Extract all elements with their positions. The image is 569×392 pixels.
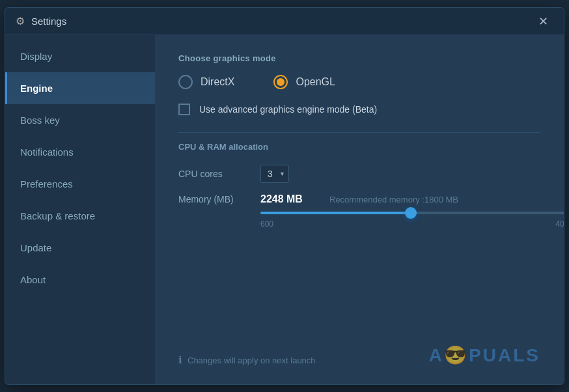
memory-label: Memory (MB) xyxy=(178,194,250,204)
advanced-mode-row: Use advanced graphics engine mode (Beta) xyxy=(178,104,540,115)
memory-slider-container: 600 4035 xyxy=(260,212,540,229)
sidebar: Display Engine Boss key Notifications Pr… xyxy=(5,35,155,384)
sidebar-item-notifications[interactable]: Notifications xyxy=(5,136,155,168)
watermark: A😎PUALS xyxy=(429,344,540,366)
sidebar-item-bosskey[interactable]: Boss key xyxy=(5,104,155,136)
sidebar-item-about[interactable]: About xyxy=(5,264,155,296)
sidebar-item-display[interactable]: Display xyxy=(5,40,155,72)
graphics-mode-title: Choose graphics mode xyxy=(178,53,540,63)
footer-text: Changes will apply on next launch xyxy=(187,356,316,365)
cpu-cores-select[interactable]: 1 2 3 4 6 8 xyxy=(260,165,289,183)
window-body: Display Engine Boss key Notifications Pr… xyxy=(5,35,564,384)
main-content: Choose graphics mode DirectX OpenGL Use … xyxy=(155,35,564,384)
directx-radio[interactable]: DirectX xyxy=(178,75,234,89)
slider-min-label: 600 xyxy=(260,219,273,229)
advanced-mode-checkbox[interactable] xyxy=(178,104,190,115)
slider-max-label: 4035 xyxy=(555,219,564,229)
opengl-radio-circle xyxy=(273,75,288,89)
sidebar-item-backup[interactable]: Backup & restore xyxy=(5,200,155,232)
cpu-ram-title: CPU & RAM allocation xyxy=(178,132,540,152)
directx-radio-circle xyxy=(178,75,193,89)
sidebar-item-update[interactable]: Update xyxy=(5,232,155,264)
watermark-text: A😎PUALS xyxy=(429,344,540,366)
opengl-label: OpenGL xyxy=(296,76,335,88)
slider-labels: 600 4035 xyxy=(260,219,564,229)
memory-value: 2248 MB xyxy=(260,193,319,205)
cpu-cores-select-wrapper: 1 2 3 4 6 8 xyxy=(260,165,289,183)
content-wrapper: Choose graphics mode DirectX OpenGL Use … xyxy=(178,53,540,366)
memory-row: Memory (MB) 2248 MB Recommended memory :… xyxy=(178,193,540,205)
window-title: Settings xyxy=(31,16,533,27)
info-icon: ℹ xyxy=(178,354,182,366)
titlebar: ⚙ Settings ✕ xyxy=(5,8,564,35)
graphics-mode-radio-group: DirectX OpenGL xyxy=(178,75,540,89)
opengl-radio[interactable]: OpenGL xyxy=(273,75,335,89)
close-button[interactable]: ✕ xyxy=(533,12,553,31)
memory-slider[interactable] xyxy=(260,212,564,214)
advanced-mode-label: Use advanced graphics engine mode (Beta) xyxy=(199,104,377,115)
settings-window: ⚙ Settings ✕ Display Engine Boss key Not… xyxy=(5,7,564,385)
settings-icon: ⚙ xyxy=(16,15,25,27)
directx-label: DirectX xyxy=(201,76,234,88)
cpu-cores-label: CPU cores xyxy=(178,169,250,179)
cpu-cores-row: CPU cores 1 2 3 4 6 8 xyxy=(178,165,540,183)
memory-recommended: Recommended memory :1800 MB xyxy=(329,195,458,204)
sidebar-item-engine[interactable]: Engine xyxy=(5,72,155,104)
sidebar-item-preferences[interactable]: Preferences xyxy=(5,168,155,200)
